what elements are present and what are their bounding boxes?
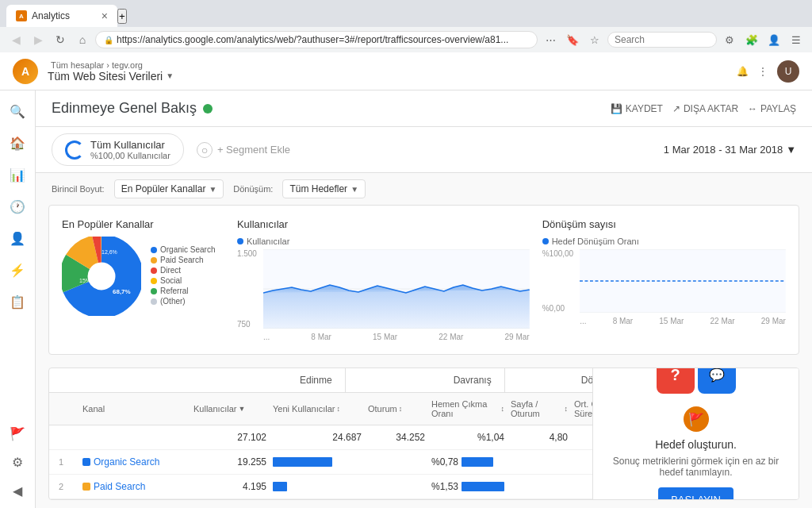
conv-chart-svg xyxy=(580,249,786,313)
legend-dot-direct xyxy=(151,267,157,274)
add-segment-button[interactable]: ○ + Segment Ekle xyxy=(197,142,290,158)
row1-num: 1 xyxy=(56,453,79,471)
header-more-icon[interactable]: ⋮ xyxy=(758,66,768,77)
legend-item-referral: Referral xyxy=(151,287,215,295)
conv-y-axis: %100,00 %0,00 xyxy=(542,249,576,313)
browser-search-input[interactable] xyxy=(615,34,710,45)
ga-header: A Tüm hesaplar › tegv.org Tüm Web Sitesi… xyxy=(0,52,812,90)
row1-pages xyxy=(508,453,571,471)
total-pages: 4,80 xyxy=(508,429,571,446)
conversion-dropdown[interactable]: Tüm Hedefler ▼ xyxy=(282,179,366,198)
conversion-dropdown-arrow: ▼ xyxy=(350,185,358,194)
col-users[interactable]: Kullanıcılar ▼ xyxy=(190,396,270,421)
status-dot xyxy=(203,104,213,114)
menu-button[interactable]: ☰ xyxy=(787,30,806,49)
col-new-users[interactable]: Yeni Kullanıcılar ↕ xyxy=(270,396,365,421)
row2-channel-color xyxy=(82,483,90,491)
pie-svg: 68,7% 15% 12,6% xyxy=(62,237,141,316)
dimension-dropdown[interactable]: En Popüler Kanallar ▼ xyxy=(114,179,224,198)
home-button[interactable]: ⌂ xyxy=(73,30,92,49)
sort-arrow-bounce: ↕ xyxy=(501,405,505,413)
back-button[interactable]: ◀ xyxy=(6,30,25,49)
conv-legend: Hedef Dönüşüm Oranı xyxy=(542,237,786,246)
conversion-label: Dönüşüm: xyxy=(233,184,273,194)
legend-dot-referral xyxy=(151,288,157,294)
address-bar[interactable]: 🔒 xyxy=(95,31,538,48)
row2-new-users-bar xyxy=(270,478,365,495)
row1-channel-color xyxy=(82,458,90,466)
user-avatar[interactable]: U xyxy=(777,60,799,83)
line-chart-area: ... 8 Mar 15 Mar 22 Mar 29 Mar xyxy=(263,249,530,341)
sidebar-icon-home[interactable]: 🏠 xyxy=(3,129,32,157)
analytics-logo: A xyxy=(13,59,38,84)
new-tab-button[interactable]: + xyxy=(117,9,127,24)
sidebar-icon-realtime[interactable]: 🕐 xyxy=(3,192,32,221)
col-num xyxy=(56,396,79,421)
pie-chart-title: En Popüler Kanallar xyxy=(62,218,224,230)
sort-arrow-users: ▼ xyxy=(238,405,245,413)
ga-content: Edinmeye Genel Bakış 💾 KAYDET ↗ DIŞA AKT… xyxy=(36,90,812,508)
extensions-button[interactable]: 🧩 xyxy=(742,30,761,49)
sidebar-icon-search[interactable]: 🔍 xyxy=(3,97,32,125)
report-title: Edinmeye Genel Bakış xyxy=(52,100,611,117)
segment-pill[interactable]: Tüm Kullanıcılar %100,00 Kullanıcılar xyxy=(52,133,184,166)
sidebar-icon-conversions[interactable]: 🚩 xyxy=(3,419,32,448)
reload-button[interactable]: ↻ xyxy=(51,30,70,49)
date-dropdown-arrow: ▼ xyxy=(786,144,796,156)
conv-chart-panel: Dönüşüm sayısı Hedef Dönüşüm Oranı %100,… xyxy=(542,218,786,341)
dropdowns-row: Birincil Boyut: En Popüler Kanallar ▼ Dö… xyxy=(36,173,812,205)
flag-circle: 🚩 xyxy=(684,406,709,432)
charts-grid: En Popüler Kanallar xyxy=(62,218,786,341)
date-range-picker[interactable]: 1 Mar 2018 - 31 Mar 2018 ▼ xyxy=(664,144,796,156)
url-input[interactable] xyxy=(117,34,529,45)
conv-legend-dot xyxy=(542,238,549,244)
legend-item-organic: Organic Search xyxy=(151,245,215,254)
data-table-section: Edinme Davranış Dönüşümler Kanal Kullanı… xyxy=(48,368,799,500)
sidebar-bottom: 🚩 ⚙ ◀ xyxy=(3,419,32,505)
legend-item-direct: Direct xyxy=(151,266,215,275)
pie-legend: Organic Search Paid Search Direct xyxy=(151,245,215,307)
sidebar-icon-admin[interactable]: ⚙ xyxy=(3,448,32,476)
cta-desc: Sonuç metriklerini görmek için en az bir… xyxy=(606,456,786,478)
active-tab[interactable]: A Analytics × xyxy=(6,5,117,27)
account-dropdown-arrow: ▼ xyxy=(166,71,174,80)
tab-close-button[interactable]: × xyxy=(102,10,108,22)
sidebar-icon-behavior[interactable]: 📋 xyxy=(3,287,32,316)
save-button[interactable]: 💾 KAYDET xyxy=(611,103,663,114)
account-name[interactable]: Tüm Web Sitesi Verileri ▼ xyxy=(48,70,737,83)
col-bounce[interactable]: Hemen Çıkma Oranı ↕ xyxy=(428,396,508,421)
col-channel[interactable]: Kanal xyxy=(79,396,190,421)
row2-channel-link[interactable]: Paid Search xyxy=(82,481,145,492)
ga-logo: A xyxy=(13,59,38,84)
total-num xyxy=(56,429,79,446)
legend-dot-organic xyxy=(151,247,157,253)
col-pages[interactable]: Sayfa / Oturum ↕ xyxy=(508,396,571,421)
bookmark-button[interactable]: 🔖 xyxy=(563,30,582,49)
sidebar-icon-audience[interactable]: 👤 xyxy=(3,224,32,252)
sidebar-icon-dashboard[interactable]: 📊 xyxy=(3,160,32,189)
notifications-icon[interactable]: 🔔 xyxy=(737,66,749,77)
more-tools-button[interactable]: ⋯ xyxy=(541,30,560,49)
row2-num: 2 xyxy=(56,478,79,495)
add-segment-circle: ○ xyxy=(197,142,213,158)
cta-overlay: ? 💬 🚩 Hedef oluşturun. Sonuç metriklerin… xyxy=(592,368,799,499)
share-button[interactable]: ↔ PAYLAŞ xyxy=(748,103,796,114)
forward-button[interactable]: ▶ xyxy=(29,30,48,49)
share-icon: ↔ xyxy=(748,103,757,114)
conv-x-axis: ... 8 Mar 15 Mar 22 Mar 29 Mar xyxy=(580,317,786,325)
settings-button[interactable]: ⚙ xyxy=(720,30,739,49)
sidebar-icon-collapse[interactable]: ◀ xyxy=(3,476,32,505)
svg-text:12,6%: 12,6% xyxy=(102,249,117,255)
section-davranis: Davranış xyxy=(441,368,505,392)
sidebar-icon-acquisition[interactable]: ⚡ xyxy=(3,256,32,284)
star-button[interactable]: ☆ xyxy=(585,30,604,49)
browser-search-box[interactable] xyxy=(607,32,717,48)
profile-button[interactable]: 👤 xyxy=(764,30,783,49)
account-info: Tüm hesaplar › tegv.org Tüm Web Sitesi V… xyxy=(48,60,737,83)
col-sessions[interactable]: Oturum ↕ xyxy=(365,396,428,421)
cta-start-button[interactable]: BAŞLAYIN xyxy=(658,487,733,500)
line-chart-svg xyxy=(263,249,530,329)
line-chart-with-axis: 1.500 750 xyxy=(237,249,530,341)
export-button[interactable]: ↗ DIŞA AKTAR xyxy=(672,103,738,114)
row1-channel-link[interactable]: Organic Search xyxy=(82,456,159,468)
